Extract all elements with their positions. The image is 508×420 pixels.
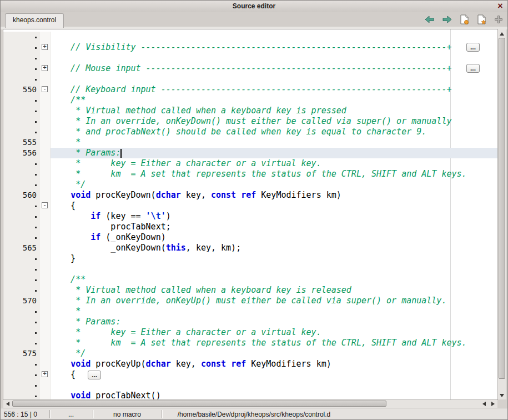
code-text[interactable] <box>51 53 497 63</box>
fold-column <box>40 348 51 359</box>
vertical-scrollbar-thumb[interactable] <box>499 38 505 379</box>
scroll-left-stepper-button[interactable] <box>480 400 487 407</box>
code-line: if (_onKeyDown) <box>3 232 497 243</box>
fold-collapse-icon[interactable]: - <box>42 202 48 208</box>
vertical-scrollbar[interactable] <box>497 29 506 399</box>
code-line: * <box>3 306 497 317</box>
code-text[interactable] <box>51 32 497 42</box>
code-text[interactable]: _onKeyDown(this, key, km); <box>51 243 497 253</box>
code-text[interactable]: * km = A set that represents the status … <box>51 338 497 348</box>
caret-position-status: 556 : 15 | 0 <box>4 411 37 418</box>
code-text[interactable]: * <box>51 306 497 317</box>
document-icon <box>476 14 487 25</box>
code-line: * key = Either a character or a virtual … <box>3 158 497 169</box>
fold-collapse-icon[interactable]: - <box>42 86 48 92</box>
fold-column <box>40 274 51 285</box>
tab-kheops-control[interactable]: kheops.control <box>5 13 64 28</box>
scroll-left-button[interactable] <box>4 400 11 407</box>
gutter-dot-icon <box>35 258 37 260</box>
gutter-dot-icon <box>35 184 37 186</box>
code-text[interactable]: * In an override, onKeyUp() must either … <box>51 296 497 306</box>
gutter-dot-icon <box>35 79 37 81</box>
code-text[interactable]: } <box>51 253 497 264</box>
collapsed-code-ellipsis[interactable]: ... <box>466 43 480 52</box>
fold-column <box>40 359 51 369</box>
code-line: if (key == '\t') <box>3 211 497 222</box>
fold-column <box>40 222 51 232</box>
fold-column <box>40 179 51 190</box>
code-text[interactable]: * Params: <box>51 317 497 327</box>
fold-column <box>40 148 51 158</box>
code-text[interactable]: { <box>51 201 497 211</box>
code-line: 555 * <box>3 137 497 148</box>
horizontal-scrollbar[interactable] <box>3 399 497 408</box>
close-button[interactable]: × <box>495 1 505 11</box>
gutter-dot-icon <box>35 37 37 38</box>
code-text[interactable]: procTabNext; <box>51 222 497 232</box>
line-number <box>3 338 40 348</box>
fold-column <box>40 327 51 338</box>
code-text[interactable]: /** <box>51 95 497 106</box>
code-line: * key = Either a character or a virtual … <box>3 327 497 338</box>
code-text[interactable]: * Virtual method called when a keyboard … <box>51 106 497 116</box>
fold-column <box>40 137 51 148</box>
gutter-dot-icon <box>35 332 37 334</box>
detach-view-button[interactable] <box>492 14 505 25</box>
horizontal-scroll-steppers <box>480 400 496 407</box>
fold-column <box>40 158 51 169</box>
gutter-dot-icon <box>35 269 37 271</box>
scroll-up-button[interactable] <box>498 30 506 37</box>
code-text[interactable]: void procKeyDown(dchar key, const ref Ke… <box>51 190 497 201</box>
go-back-button[interactable] <box>424 14 436 25</box>
code-line: */ <box>3 179 497 190</box>
code-text[interactable]: * Params: <box>51 148 497 158</box>
line-number <box>3 369 40 380</box>
code-editor[interactable]: + // Visibility ------------------------… <box>3 29 497 399</box>
line-number <box>3 306 40 317</box>
code-text[interactable]: * and procTabNext() should be called whe… <box>51 127 497 137</box>
code-text[interactable]: */ <box>51 348 497 359</box>
gutter-dot-icon <box>35 343 37 344</box>
code-text[interactable] <box>51 264 497 274</box>
code-text[interactable]: * In an override, onKeyDown() must eithe… <box>51 116 497 127</box>
code-text[interactable]: // Keyboard input ----------------------… <box>51 84 497 95</box>
document-action-1-button[interactable] <box>458 14 470 25</box>
code-text[interactable]: * km = A set that represents the status … <box>51 169 497 179</box>
fold-column: + <box>40 42 51 53</box>
code-text[interactable]: * key = Either a character or a virtual … <box>51 158 497 169</box>
code-text[interactable]: void procTabNext() <box>51 391 497 399</box>
go-forward-button[interactable] <box>441 14 453 25</box>
code-text[interactable] <box>51 380 497 391</box>
text-caret <box>120 149 122 158</box>
code-text[interactable]: // Visibility --------------------------… <box>51 42 497 53</box>
document-action-2-button[interactable] <box>475 14 487 25</box>
code-text[interactable]: */ <box>51 179 497 190</box>
fold-expand-icon[interactable]: + <box>42 65 48 71</box>
horizontal-scrollbar-thumb[interactable] <box>12 401 386 407</box>
code-text[interactable]: void procKeyUp(dchar key, const ref KeyM… <box>51 359 497 369</box>
code-line: * km = A set that represents the status … <box>3 169 497 179</box>
code-line: * Virtual method called when a keyboard … <box>3 106 497 116</box>
code-text[interactable]: {... <box>51 369 497 380</box>
arrow-right-icon <box>491 402 495 406</box>
scroll-right-stepper-button[interactable] <box>489 400 496 407</box>
line-number <box>3 317 40 327</box>
line-number <box>3 222 40 232</box>
code-text[interactable]: if (_onKeyDown) <box>51 232 497 243</box>
code-text[interactable]: * key = Either a character or a virtual … <box>51 327 497 338</box>
code-text[interactable]: * <box>51 137 497 148</box>
editor-lines: + // Visibility ------------------------… <box>3 32 497 399</box>
code-text[interactable]: * Virtual method called when a keyboard … <box>51 285 497 296</box>
code-line: 570 * In an override, onKeyUp() must eit… <box>3 296 497 306</box>
scroll-down-button[interactable] <box>498 392 506 399</box>
code-text[interactable]: // Mouse input -------------------------… <box>51 63 497 74</box>
collapsed-code-ellipsis[interactable]: ... <box>466 64 480 73</box>
fold-expand-icon[interactable]: + <box>42 44 48 50</box>
fold-expand-icon[interactable]: + <box>42 371 48 377</box>
code-text[interactable] <box>51 74 497 84</box>
collapsed-code-ellipsis[interactable]: ... <box>88 371 101 379</box>
code-text[interactable]: /** <box>51 274 497 285</box>
title-bar[interactable]: Source editor × <box>1 1 507 12</box>
line-number <box>3 63 40 74</box>
code-text[interactable]: if (key == '\t') <box>51 211 497 222</box>
